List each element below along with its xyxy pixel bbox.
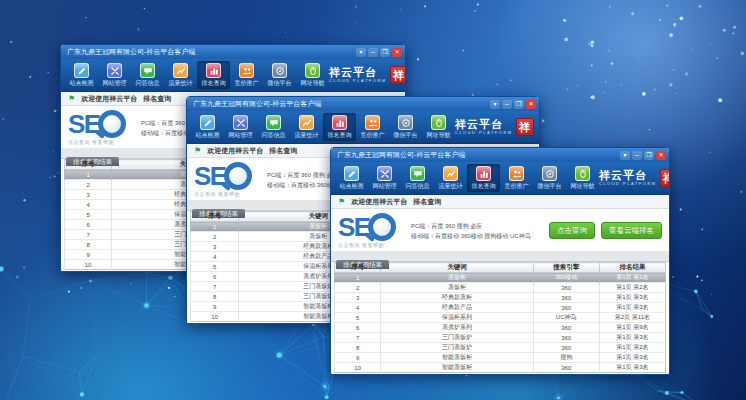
- toolbar-icon: [410, 166, 425, 181]
- people-icon: [242, 66, 252, 76]
- cell-keyword: 经典款产品: [381, 303, 533, 313]
- toolbar-icon: [140, 63, 155, 78]
- toolbar-item[interactable]: 网站管理: [224, 113, 257, 141]
- toolbar-item[interactable]: 流量统计: [290, 113, 323, 141]
- maximize-button[interactable]: ❐: [644, 151, 654, 160]
- toolbar-item[interactable]: 排名查询: [467, 164, 500, 192]
- table-row[interactable]: 8 三门蒸饭炉 360 第1页 第2名: [335, 343, 666, 353]
- close-button[interactable]: ✕: [656, 151, 666, 160]
- cell-no: 1: [335, 273, 381, 283]
- line-chart-icon: [176, 66, 186, 76]
- table-row[interactable]: 1 蒸饭柜 360移动 第1页 第1名: [335, 273, 666, 283]
- cell-no: 3: [65, 190, 112, 200]
- table-row[interactable]: 10 智能蒸饭柜 360 第1页 第3名: [335, 363, 666, 373]
- toolbar-items: 站点检测 网站管理 问答信息 流量统计: [335, 164, 599, 192]
- toolbar-item-label: 问答信息: [262, 131, 286, 140]
- toolbar-item-label: 排名查询: [328, 131, 352, 140]
- cell-keyword: 蒸饭柜: [381, 273, 533, 283]
- table-row[interactable]: 7 三门蒸饭炉 360 第1页 第3名: [335, 333, 666, 343]
- minimize-button[interactable]: ─: [368, 48, 378, 57]
- toolbar-item[interactable]: 网站管理: [98, 61, 131, 89]
- toolbar-item[interactable]: 网址导航: [296, 61, 329, 89]
- toolbar-item-label: 流量统计: [169, 79, 193, 88]
- toolbar-item[interactable]: 站点检测: [65, 61, 98, 89]
- toolbar-icon: [206, 63, 221, 78]
- toolbar-item[interactable]: 竞价推广: [356, 113, 389, 141]
- toolbar-icon: [266, 115, 281, 130]
- cell-keyword: 智能蒸饭柜: [381, 363, 533, 373]
- window-titlebar[interactable]: 广东九鼎王冠网有限公司-祥云平台客户端 ▾ ─ ❐ ✕: [187, 97, 539, 111]
- cell-no: 4: [335, 303, 381, 313]
- table-row[interactable]: 3 经典款蒸柜 360 第1页 第3名: [335, 293, 666, 303]
- page-title: 排名查询: [269, 146, 297, 156]
- engine-info: PC端：百度 360 搜狗 必应 移动端：百度移动 360移动 搜狗移动 UC神…: [411, 221, 531, 241]
- main-toolbar: 站点检测 网站管理 问答信息 流量统计: [331, 162, 669, 195]
- toolbar-icon: [443, 166, 458, 181]
- query-button[interactable]: 点击查询: [549, 222, 595, 239]
- minimize-button[interactable]: ─: [502, 100, 512, 109]
- app-window-front: 广东九鼎王冠网有限公司-祥云平台客户端 ▾ ─ ❐ ✕ 站点检测 网站管理: [330, 147, 670, 375]
- page-title: 排名查询: [143, 94, 171, 104]
- toolbar-item-label: 站点检测: [70, 79, 94, 88]
- seo-tagline: 点击查询 查看帮助: [194, 191, 262, 197]
- maximize-button[interactable]: ❐: [380, 48, 390, 57]
- cell-keyword: 智能蒸饭柜: [381, 353, 533, 363]
- cell-keyword: 经典款蒸柜: [381, 293, 533, 303]
- toolbar-item[interactable]: 问答信息: [401, 164, 434, 192]
- toolbar-item[interactable]: 网址导航: [566, 164, 599, 192]
- window-titlebar[interactable]: 广东九鼎王冠网有限公司-祥云平台客户端 ▾ ─ ❐ ✕: [331, 148, 669, 162]
- toolbar-item[interactable]: 网址导航: [422, 113, 455, 141]
- cell-keyword: 三门蒸饭炉: [381, 333, 533, 343]
- brand-text: 祥云平台 CLOUD PLATFORM: [599, 170, 657, 186]
- maximize-button[interactable]: ❐: [514, 100, 524, 109]
- toolbar-item-label: 问答信息: [406, 182, 430, 191]
- column-header: 关键词: [381, 263, 533, 273]
- toolbar-icon: [542, 166, 557, 181]
- cloud-ranking-button[interactable]: 查看云端排名: [601, 222, 662, 239]
- seo-logo: SE 点击查询 查看帮助: [68, 110, 136, 145]
- table-row[interactable]: 5 保温柜系列 UC神马 第2页 第11名: [335, 313, 666, 323]
- toolbar-icon: [377, 166, 392, 181]
- cell-engine: UC神马: [533, 313, 599, 323]
- toolbar-item[interactable]: 网站管理: [368, 164, 401, 192]
- flag-icon: ⚑: [68, 95, 75, 103]
- skin-button[interactable]: ▾: [490, 100, 500, 109]
- toolbar-item-label: 排名查询: [202, 79, 226, 88]
- cell-no: 7: [335, 333, 381, 343]
- cell-no: 5: [191, 262, 239, 272]
- toolbar-icon: [431, 115, 446, 130]
- table-row[interactable]: 6 蒸煮炉系列 360 第1页 第9名: [335, 323, 666, 333]
- toolbar-item[interactable]: 微信平台: [389, 113, 422, 141]
- toolbar-item[interactable]: 流量统计: [164, 61, 197, 89]
- table-row[interactable]: 2 蒸饭柜 360 第1页 第2名: [335, 283, 666, 293]
- skin-button[interactable]: ▾: [620, 151, 630, 160]
- table-row[interactable]: 4 经典款产品 360 第1页 第3名: [335, 303, 666, 313]
- toolbar-item[interactable]: 排名查询: [323, 113, 356, 141]
- toolbar-item[interactable]: 微信平台: [533, 164, 566, 192]
- cell-rank: 第1页 第2名: [599, 283, 665, 293]
- close-button[interactable]: ✕: [526, 100, 536, 109]
- toolbar-item[interactable]: 流量统计: [434, 164, 467, 192]
- toolbar-item[interactable]: 站点检测: [335, 164, 368, 192]
- toolbar-item[interactable]: 站点检测: [191, 113, 224, 141]
- tools-icon: [236, 118, 246, 128]
- toolbar-item[interactable]: 竞价推广: [500, 164, 533, 192]
- cell-engine: 360: [533, 323, 599, 333]
- toolbar-item-label: 排名查询: [472, 182, 496, 191]
- close-button[interactable]: ✕: [392, 48, 402, 57]
- chat-bubble-icon: [143, 66, 153, 76]
- toolbar-item[interactable]: 排名查询: [197, 61, 230, 89]
- toolbar-item-label: 微信平台: [268, 79, 292, 88]
- skin-button[interactable]: ▾: [356, 48, 366, 57]
- bar-chart-icon: [479, 169, 489, 179]
- toolbar-item[interactable]: 问答信息: [257, 113, 290, 141]
- toolbar-item-label: 微信平台: [538, 182, 562, 191]
- cell-engine: 360: [533, 333, 599, 343]
- toolbar-item[interactable]: 问答信息: [131, 61, 164, 89]
- table-row[interactable]: 9 智能蒸饭柜 搜狗 第1页 第3名: [335, 353, 666, 363]
- toolbar-item[interactable]: 竞价推广: [230, 61, 263, 89]
- minimize-button[interactable]: ─: [632, 151, 642, 160]
- toolbar-item[interactable]: 微信平台: [263, 61, 296, 89]
- window-titlebar[interactable]: 广东九鼎王冠网有限公司-祥云平台客户端 ▾ ─ ❐ ✕: [61, 45, 405, 59]
- toolbar-icon: [476, 166, 491, 181]
